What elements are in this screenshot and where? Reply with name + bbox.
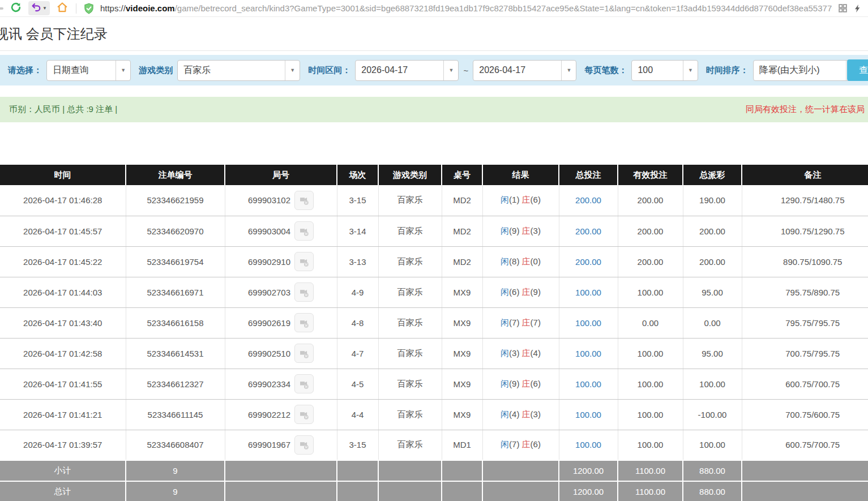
cell-time: 2026-04-17 01:39:57 xyxy=(0,430,126,460)
video-replay-button[interactable] xyxy=(294,435,314,455)
cell-remark: 700.75/795.75 xyxy=(742,338,868,369)
qr-code-icon[interactable] xyxy=(838,3,848,13)
browser-toolbar: ▼ https://videoie.com/game/betrecord_sea… xyxy=(0,0,868,17)
video-replay-button[interactable] xyxy=(294,221,314,241)
table-row: 2026-04-17 01:43:40523346616158699902619… xyxy=(0,307,868,338)
video-icon xyxy=(298,439,310,451)
total-bet-link[interactable]: 200.00 xyxy=(575,195,601,205)
total-bet-link[interactable]: 100.00 xyxy=(575,349,601,358)
cell-result: 闲(9) 庄(3) xyxy=(482,216,559,246)
url-bar[interactable]: https://videoie.com/game/betrecord_searc… xyxy=(100,3,832,13)
cell-time: 2026-04-17 01:41:21 xyxy=(0,399,126,430)
cell-time: 2026-04-17 01:41:55 xyxy=(0,369,126,399)
footer-total-bet: 1200.00 xyxy=(559,481,618,501)
cell-result: 闲(7) 庄(7) xyxy=(482,307,559,338)
filter-bar: 请选择： 日期查询 ▼ 游戏类别 百家乐 ▼ 时间区间： 2026-04-17 … xyxy=(0,55,868,85)
video-replay-button[interactable] xyxy=(294,191,314,210)
cell-round: 699902703 xyxy=(225,277,337,307)
page-size-label: 每页笔数： xyxy=(584,65,627,76)
chevron-down-icon[interactable]: ▼ xyxy=(116,61,130,80)
total-bet-link[interactable]: 100.00 xyxy=(575,379,601,389)
chevron-down-icon[interactable]: ▼ xyxy=(683,61,698,80)
cell-time: 2026-04-17 01:45:57 xyxy=(0,216,126,246)
cell-payout: 100.00 xyxy=(683,430,742,460)
cell-remark: 700.75/600.75 xyxy=(742,399,868,430)
search-button[interactable]: 查询 xyxy=(847,59,868,81)
cell-payout: 190.00 xyxy=(683,185,742,216)
cell-time: 2026-04-17 01:42:58 xyxy=(0,338,126,369)
total-bet-link[interactable]: 200.00 xyxy=(575,226,601,236)
table-row: 2026-04-17 01:45:22523346619754699902910… xyxy=(0,246,868,277)
page-title: 视讯 会员下注纪录 xyxy=(0,25,108,43)
video-replay-button[interactable] xyxy=(294,252,314,271)
cell-remark: 600.75/700.75 xyxy=(742,430,868,460)
footer-payout: 880.00 xyxy=(683,481,742,501)
security-shield-icon[interactable] xyxy=(83,3,95,14)
cell-session: 4-7 xyxy=(337,338,378,369)
table-row: 2026-04-17 01:42:58523346614531699902510… xyxy=(0,338,868,369)
table-row: 2026-04-17 01:39:57523346608407699901967… xyxy=(0,430,868,460)
refresh-button[interactable] xyxy=(9,1,23,16)
cell-session: 3-13 xyxy=(337,246,378,277)
cell-total-bet: 100.00 xyxy=(559,399,618,430)
cell-remark: 1090.75/1290.75 xyxy=(742,216,868,246)
cell-total-bet: 100.00 xyxy=(559,307,618,338)
cell-table-code: MD2 xyxy=(442,185,482,216)
page-size-select[interactable]: 100 ▼ xyxy=(631,60,698,81)
cell-valid-bet: 100.00 xyxy=(618,369,683,399)
cell-valid-bet: 100.00 xyxy=(618,399,683,430)
video-replay-button[interactable] xyxy=(294,344,314,363)
table-row: 2026-04-17 01:46:28523346621959699903102… xyxy=(0,185,868,216)
cell-bet-id: 523346620970 xyxy=(126,216,225,246)
table-row: 2026-04-17 01:41:55523346612327699902334… xyxy=(0,369,868,399)
footer-valid-bet: 1100.00 xyxy=(618,481,683,501)
video-replay-button[interactable] xyxy=(294,405,314,424)
chevron-down-icon[interactable]: ▼ xyxy=(285,61,300,80)
table-row: 2026-04-17 01:41:21523346611145699902212… xyxy=(0,399,868,430)
game-type-label: 游戏类别 xyxy=(139,65,173,76)
total-bet-link[interactable]: 100.00 xyxy=(575,318,601,328)
video-icon xyxy=(298,225,310,237)
summary-bar: 币别：人民币 | 总共 :9 注单 | 同局有效投注，统一计算在该局 xyxy=(0,97,868,122)
cell-bet-id: 523346616971 xyxy=(126,277,225,307)
cell-result: 闲(9) 庄(6) xyxy=(482,369,559,399)
url-domain: videoie.com xyxy=(126,3,175,13)
date-range-separator: ~ xyxy=(463,66,468,75)
sort-order-select[interactable]: 降幂(由大到小) ▼ xyxy=(753,60,861,81)
cell-payout: 200.00 xyxy=(683,246,742,277)
chevron-down-icon: ▼ xyxy=(42,6,47,11)
column-header: 场次 xyxy=(337,165,378,185)
total-bet-link[interactable]: 100.00 xyxy=(575,440,601,449)
video-replay-button[interactable] xyxy=(294,374,314,393)
cell-valid-bet: 200.00 xyxy=(618,216,683,246)
chevron-down-icon[interactable]: ▼ xyxy=(561,61,576,80)
cell-session: 3-15 xyxy=(337,185,378,216)
table-row: 2026-04-17 01:45:57523346620970699903004… xyxy=(0,216,868,246)
home-button[interactable] xyxy=(55,1,69,16)
cell-bet-id: 523346616158 xyxy=(126,307,225,338)
video-replay-button[interactable] xyxy=(294,313,314,332)
cell-bet-id: 523346611145 xyxy=(126,399,225,430)
column-header: 总投注 xyxy=(559,165,618,185)
chevron-down-icon[interactable]: ▼ xyxy=(443,61,458,80)
cell-valid-bet: 100.00 xyxy=(618,277,683,307)
lightning-icon[interactable] xyxy=(853,3,862,14)
cell-game-type: 百家乐 xyxy=(378,246,442,277)
total-bet-link[interactable]: 100.00 xyxy=(575,288,601,297)
cell-total-bet: 200.00 xyxy=(559,216,618,246)
cell-payout: 0.00 xyxy=(683,307,742,338)
date-to-select[interactable]: 2026-04-17 ▼ xyxy=(473,60,576,81)
column-header: 桌号 xyxy=(442,165,482,185)
date-from-select[interactable]: 2026-04-17 ▼ xyxy=(355,60,459,81)
query-type-select[interactable]: 日期查询 ▼ xyxy=(46,60,131,81)
video-replay-button[interactable] xyxy=(294,282,314,302)
cell-valid-bet: 200.00 xyxy=(618,246,683,277)
cell-result: 闲(3) 庄(4) xyxy=(482,338,559,369)
game-type-select[interactable]: 百家乐 ▼ xyxy=(177,60,300,81)
total-bet-link[interactable]: 200.00 xyxy=(575,257,601,267)
cell-remark: 1290.75/1480.75 xyxy=(742,185,868,216)
cell-payout: 95.00 xyxy=(683,338,742,369)
video-icon xyxy=(298,286,310,298)
undo-button[interactable]: ▼ xyxy=(28,1,50,15)
total-bet-link[interactable]: 100.00 xyxy=(575,410,601,419)
